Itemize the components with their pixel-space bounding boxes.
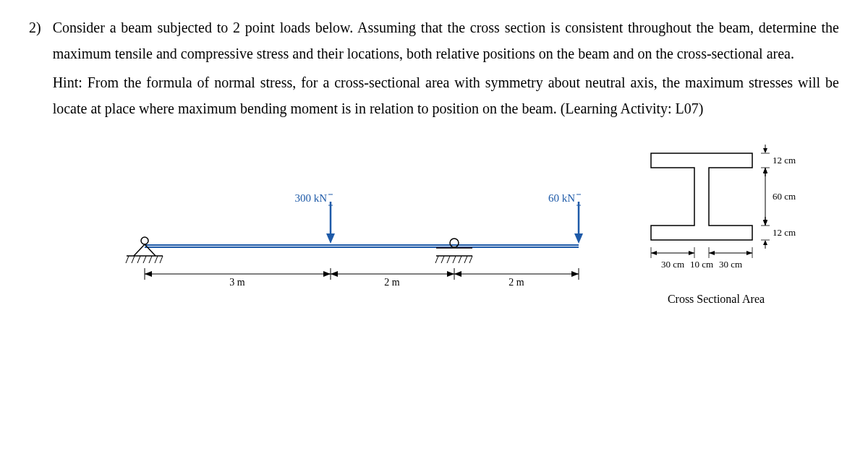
load1-label: 300 kN	[294, 192, 327, 204]
dimension-line: 3 m 2 m 2 m	[145, 268, 579, 288]
svg-marker-65	[709, 251, 715, 255]
svg-line-17	[441, 256, 444, 263]
svg-marker-38	[331, 271, 338, 277]
flange-bot-label: 12 cm	[773, 227, 796, 238]
svg-line-10	[149, 256, 152, 263]
svg-line-20	[459, 256, 461, 263]
svg-line-9	[143, 256, 146, 263]
span2-label: 2 m	[384, 277, 400, 288]
cross-section-block: 12 cm 60 cm 12 cm	[629, 139, 803, 310]
web-width-label: 10 cm	[690, 259, 713, 270]
svg-line-21	[464, 256, 467, 263]
problem-paragraph-2: Hint: From the formula of normal stress,…	[53, 69, 839, 121]
problem-block: 2) Consider a beam subjected to 2 point …	[29, 14, 839, 124]
load-60kn: 60 kN	[548, 192, 583, 244]
svg-marker-39	[447, 271, 454, 277]
pin-support-icon	[126, 237, 163, 263]
web-height-label: 60 cm	[773, 191, 796, 202]
figures-row: 300 kN 60 kN	[29, 139, 839, 310]
cross-section-diagram: 12 cm 60 cm 12 cm	[629, 139, 803, 283]
svg-marker-52	[763, 220, 767, 226]
svg-marker-63	[689, 251, 694, 255]
svg-line-22	[469, 256, 472, 263]
svg-marker-24	[326, 233, 335, 244]
svg-marker-66	[746, 251, 752, 255]
flange-top-label: 12 cm	[773, 155, 796, 166]
beam-diagram: 300 kN 60 kN	[116, 166, 608, 310]
section-caption: Cross Sectional Area	[668, 289, 765, 310]
left-flange-label: 30 cm	[661, 259, 684, 270]
right-flange-label: 30 cm	[719, 259, 742, 270]
dim-bot-flange: 12 cm	[761, 217, 796, 249]
roller-support-icon	[435, 239, 472, 263]
svg-line-3	[134, 244, 145, 256]
svg-marker-49	[763, 168, 767, 173]
span3-label: 2 m	[509, 277, 524, 288]
svg-line-6	[126, 256, 129, 263]
svg-line-8	[137, 256, 140, 263]
svg-marker-41	[571, 271, 579, 277]
svg-line-16	[435, 256, 438, 263]
svg-marker-54	[763, 240, 767, 245]
svg-line-18	[447, 256, 450, 263]
svg-point-13	[450, 239, 459, 247]
problem-number: 2)	[29, 14, 41, 40]
load2-label: 60 kN	[548, 192, 575, 204]
svg-line-4	[145, 244, 156, 256]
svg-point-2	[141, 237, 148, 244]
svg-marker-62	[651, 251, 657, 255]
i-beam-outline	[651, 153, 752, 240]
svg-line-12	[160, 256, 163, 263]
problem-paragraph-1: Consider a beam subjected to 2 point loa…	[53, 14, 839, 67]
svg-marker-36	[145, 271, 152, 277]
svg-marker-37	[323, 271, 331, 277]
svg-marker-43	[763, 148, 767, 153]
dim-widths: 30 cm 10 cm 30 cm	[651, 247, 752, 270]
dim-web-height: 60 cm	[763, 168, 796, 226]
svg-marker-40	[454, 271, 461, 277]
svg-line-19	[453, 256, 456, 263]
svg-line-11	[155, 256, 158, 263]
problem-text: Consider a beam subjected to 2 point loa…	[53, 14, 839, 124]
span1-label: 3 m	[229, 277, 245, 288]
load-300kn: 300 kN	[294, 192, 335, 244]
svg-marker-28	[574, 233, 583, 244]
svg-line-7	[132, 256, 135, 263]
